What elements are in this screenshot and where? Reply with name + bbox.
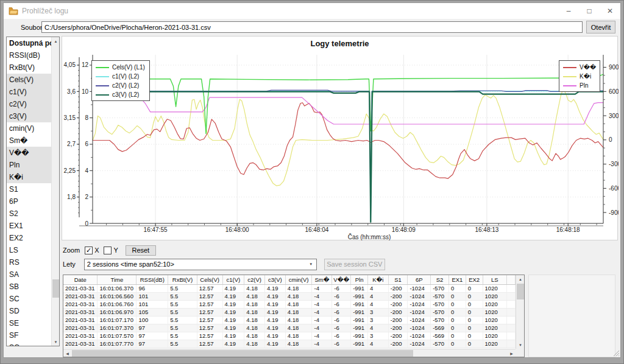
column-header[interactable]: 6P [408,275,431,284]
table-horizontal-scrollbar[interactable]: ◀ ▶ [63,349,516,357]
column-header[interactable]: S2 [431,275,449,284]
left2-tick-label: 12 [82,61,89,68]
table-cell: 0 [466,284,483,292]
field-item[interactable]: SB [7,281,51,293]
scroll-up-icon[interactable]: ▲ [52,37,60,45]
field-item[interactable]: SG [7,341,51,346]
column-header[interactable] [507,275,516,284]
scrollbar-thumb[interactable] [52,279,59,298]
table-row[interactable]: 2021-03-3116:01:06.370965.512.574.194.18… [63,284,516,292]
session-combobox-value: 2 sessions <time span52:10> [85,261,306,268]
column-header[interactable]: LS [483,275,507,284]
field-item[interactable]: EX1 [7,220,51,232]
column-header[interactable]: Time [98,275,136,284]
minimize-button[interactable]: – [558,3,579,19]
scroll-up-icon[interactable]: ▲ [516,275,525,283]
table-row[interactable]: 2021-03-3116:01:06.5601015.512.574.194.1… [63,292,516,300]
table-cell: -570 [431,284,449,292]
zoom-x-checkbox[interactable]: ✓ [85,247,93,254]
field-item[interactable]: cmin(V) [7,122,51,135]
table-cell: 5.5 [168,324,197,332]
field-item[interactable]: RxBt(V) [7,61,51,74]
table-cell: 97 [136,340,168,348]
column-header[interactable]: Pln [351,275,368,284]
field-item[interactable]: SE [7,317,51,329]
table-cell: -6 [332,284,351,292]
field-item[interactable]: K�i [7,171,51,183]
field-item[interactable]: EX2 [7,232,51,244]
table-cell: -570 [431,308,449,316]
close-button[interactable]: ✕ [600,3,620,19]
table-row[interactable]: 2021-03-3116:01:06.9701055.512.574.194.1… [63,308,516,316]
table-cell: 0 [466,316,483,324]
field-item[interactable]: Cels(V) [7,74,51,86]
session-combobox[interactable]: 2 sessions <time span52:10> ▼ [84,259,317,270]
table-cell: 12.57 [197,284,222,292]
field-item[interactable]: 6P [7,195,51,208]
column-header[interactable]: K�i [368,275,389,284]
reset-button[interactable]: Reset [126,245,156,256]
left2-tick-label: 4 [85,167,88,174]
table-row[interactable]: 2021-03-3116:01:06.7601015.512.574.194.1… [63,300,516,308]
save-session-csv-button[interactable]: Save session CSV [324,259,385,270]
scrollbar-thumb[interactable] [72,350,413,357]
column-header[interactable]: V�� [332,275,351,284]
column-header[interactable]: EX2 [466,275,483,284]
column-header[interactable]: c3(V) [264,275,285,284]
column-header[interactable]: RxBt(V) [168,275,197,284]
field-item[interactable]: LS [7,244,51,256]
field-item[interactable]: SA [7,268,51,281]
field-item[interactable]: RSSI(dB) [7,49,51,61]
field-item[interactable]: SF [7,329,51,341]
column-header[interactable]: EX1 [448,275,466,284]
field-item[interactable]: RS [7,256,51,268]
scroll-left-icon[interactable]: ◀ [63,349,71,357]
scroll-down-icon[interactable]: ▼ [516,341,525,349]
resize-grip[interactable] [613,350,620,357]
table-row[interactable]: 2021-03-3116:01:07.370975.512.574.194.18… [63,324,516,332]
table-cell: -4 [312,332,332,340]
field-item[interactable]: Pln [7,159,51,171]
file-path-input[interactable] [41,21,583,33]
column-header[interactable]: Date [63,275,98,284]
table-cell: 0 [448,300,466,308]
field-item[interactable]: c3(V) [7,110,51,122]
column-header[interactable]: c1(V) [222,275,244,284]
table-cell [507,292,516,300]
table-vertical-scrollbar[interactable]: ▲ ▼ [516,275,524,349]
table-cell: 16:01:06.560 [98,292,136,300]
field-item[interactable]: c2(V) [7,98,51,110]
zoom-y-checkbox[interactable] [104,247,112,254]
scrollbar-thumb[interactable] [517,284,524,299]
field-item[interactable]: c1(V) [7,86,51,98]
table-row[interactable]: 2021-03-3116:01:07.1701005.512.574.194.1… [63,316,516,324]
table-cell: 4.18 [244,284,265,292]
table-row[interactable]: 2021-03-3116:01:07.770975.512.574.194.18… [63,340,516,348]
table-row[interactable]: 2021-03-3116:01:07.570975.512.574.194.18… [63,332,516,340]
column-header[interactable]: RSSI(dB) [136,275,168,284]
scroll-right-icon[interactable]: ▶ [508,349,516,357]
table-cell: 97 [136,324,168,332]
maximize-button[interactable]: □ [579,3,600,19]
legend-item: K�i [563,72,596,81]
field-item[interactable]: S1 [7,183,51,195]
field-item[interactable]: V�� [7,147,51,159]
scroll-down-icon[interactable]: ▼ [52,338,60,346]
lety-label: Lety [63,261,76,268]
column-header[interactable]: S1 [388,275,408,284]
field-item[interactable]: SD [7,305,51,317]
table-cell: 16:01:06.370 [98,284,136,292]
chevron-down-icon[interactable]: ▼ [306,259,316,270]
field-item[interactable]: SC [7,293,51,305]
field-list-scrollbar[interactable]: ▲ ▼ [51,37,59,346]
field-item[interactable]: S2 [7,208,51,220]
table-cell: 4 [368,292,389,300]
x-tick-label: 16:48:09 [392,226,416,233]
open-button[interactable]: Otevřit [586,21,615,33]
field-item[interactable]: Sm� [7,135,51,147]
column-header[interactable]: c2(V) [244,275,265,284]
column-header[interactable]: Sm� [312,275,332,284]
column-header[interactable]: Cels(V) [197,275,222,284]
table-cell: -1024 [408,316,431,324]
column-header[interactable]: cmin(V) [285,275,312,284]
